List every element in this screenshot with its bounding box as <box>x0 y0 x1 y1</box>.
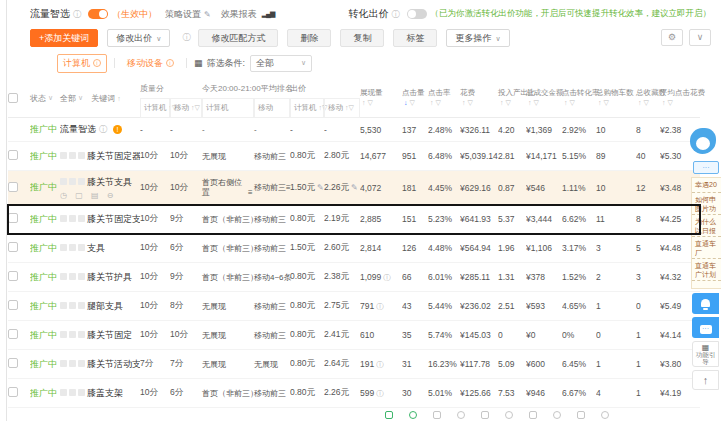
bid-mobile-cell[interactable]: 2.19元 <box>324 213 360 225</box>
action-icon[interactable] <box>78 389 85 396</box>
action-icon[interactable] <box>69 331 76 338</box>
keyword-link[interactable]: 膝关节固定 <box>87 330 132 340</box>
cvr-header[interactable]: 点击转化率↑ ▽ <box>562 78 596 118</box>
status-header[interactable]: 状态∨ <box>30 78 60 118</box>
quality-pc-subheader[interactable]: 计算机↑▽ <box>140 98 170 118</box>
bid-pc-cell[interactable]: 0.80元 <box>290 300 324 312</box>
action-icon[interactable] <box>60 360 67 367</box>
strategy-settings-link[interactable]: 策略设置 <box>165 8 201 21</box>
cost-header[interactable]: 花费↑ ▽ <box>460 78 498 118</box>
delete-button[interactable]: 删除 <box>287 29 331 47</box>
action-icon[interactable] <box>60 215 67 222</box>
action-icon[interactable] <box>78 360 85 367</box>
action-icon[interactable] <box>60 152 67 159</box>
select-all-checkbox[interactable] <box>8 93 18 103</box>
bid-mobile-subheader[interactable]: 移动↑▽ <box>324 98 360 118</box>
modify-match-button[interactable]: 修改匹配方式 <box>198 29 278 47</box>
roi-header[interactable]: 投入产出比↑ ▽ <box>498 78 526 118</box>
back-to-top-button[interactable]: ↑ <box>692 370 719 390</box>
edit-icon[interactable]: ✎ <box>351 183 358 192</box>
convert-bid-toggle[interactable] <box>407 9 427 19</box>
bid-pc-cell[interactable]: 0.80元 <box>290 387 324 399</box>
bid-pc-cell[interactable]: 0.80元 <box>290 358 324 370</box>
toolbar-icon[interactable] <box>601 411 609 419</box>
action-icon[interactable] <box>78 152 85 159</box>
settings-button[interactable]: ⚙ <box>661 29 683 46</box>
feature-guide-button[interactable]: ▦功能引导 <box>692 341 719 367</box>
copy-button[interactable]: 复制 <box>340 29 384 47</box>
action-icon[interactable] <box>69 215 76 222</box>
action-icon[interactable] <box>78 273 85 280</box>
toolbar-icon[interactable] <box>481 411 489 419</box>
row-checkbox[interactable] <box>8 271 18 281</box>
tab-pc[interactable]: 计算机i <box>57 54 107 73</box>
tag-button[interactable]: 标签 <box>393 29 437 47</box>
keyword-hover-icons[interactable]: ◷ ▢ ▤ ⊖ <box>60 191 140 200</box>
toolbar-icon[interactable] <box>433 411 441 419</box>
trend-icon[interactable]: ≡ <box>248 188 253 197</box>
effect-report-link[interactable]: 效果报表 <box>221 8 257 21</box>
assistant-chip[interactable]: ··· <box>693 161 719 174</box>
row-checkbox[interactable] <box>8 387 18 397</box>
action-icon[interactable] <box>69 360 76 367</box>
bid-mobile-cell[interactable]: 2.75元 <box>324 300 360 312</box>
favs-header[interactable]: 总收藏数↑ ▽ <box>636 78 660 118</box>
bid-pc-cell[interactable]: 0.80元 <box>290 271 324 283</box>
toolbar-icon[interactable] <box>457 411 465 419</box>
keyword-link[interactable]: 膝盖支架 <box>87 388 123 398</box>
add-keyword-button[interactable]: +添加关键词 <box>30 29 98 47</box>
action-icon[interactable] <box>60 178 67 185</box>
faq-item[interactable]: 直通车厂 <box>692 237 721 259</box>
row-checkbox[interactable] <box>8 300 18 310</box>
keyword-link[interactable]: 流量智选 <box>60 124 96 134</box>
action-icon[interactable] <box>78 331 85 338</box>
bid-pc-cell[interactable]: 0.80元 <box>290 329 324 341</box>
cpc-header[interactable]: 平均点击花费↑ ▽ <box>660 78 700 118</box>
bid-pc-cell[interactable]: 0.80元 <box>290 150 324 162</box>
filter-select[interactable]: 全部∨ <box>250 55 312 72</box>
keyword-link[interactable]: 支具 <box>87 243 105 253</box>
traffic-smart-toggle[interactable] <box>88 9 108 19</box>
faq-item[interactable]: 幸遇20 <box>692 178 721 193</box>
action-icon[interactable] <box>78 244 85 251</box>
row-checkbox[interactable] <box>8 242 18 252</box>
bid-pc-subheader[interactable]: 计算机↑▽ <box>290 98 324 118</box>
toolbar-icon[interactable] <box>553 411 561 419</box>
row-checkbox[interactable] <box>8 358 18 368</box>
bid-mobile-cell[interactable]: 2.26元✎ <box>324 182 360 194</box>
action-icon[interactable] <box>78 302 85 309</box>
bid-pc-cell[interactable]: 1.50元✎ <box>290 182 324 194</box>
tab-mobile[interactable]: 移动设备i <box>122 55 179 72</box>
gmv-header[interactable]: 总成交金额↑ ▽ <box>526 78 562 118</box>
quality-mobile-subheader[interactable]: 移动↑▽ <box>170 98 202 118</box>
keyword-link[interactable]: 腿部支具 <box>87 301 123 311</box>
toolbar-icon[interactable] <box>529 411 537 419</box>
collapse-button[interactable]: ∨ <box>689 29 711 46</box>
toolbar-icon[interactable] <box>385 411 393 419</box>
action-icon[interactable] <box>60 302 67 309</box>
toolbar-icon[interactable] <box>577 411 585 419</box>
bid-pc-cell[interactable]: 0.80元 <box>290 213 324 225</box>
action-icon[interactable] <box>69 302 76 309</box>
bid-pc-cell[interactable]: 1.50元 <box>290 242 324 254</box>
clicks-header[interactable]: 点击量↓ ▽ <box>402 78 428 118</box>
action-icon[interactable] <box>69 389 76 396</box>
chat-button[interactable]: ··· <box>692 317 719 338</box>
action-icon[interactable] <box>69 244 76 251</box>
action-icon[interactable] <box>60 389 67 396</box>
bid-mobile-cell[interactable]: 2.80元 <box>324 150 360 162</box>
action-icon[interactable] <box>69 273 76 280</box>
bid-mobile-cell[interactable]: 2.60元 <box>324 242 360 254</box>
row-checkbox[interactable] <box>8 329 18 339</box>
notification-bell-button[interactable] <box>692 293 719 314</box>
modify-bid-dropdown[interactable]: 修改出价∨ <box>107 29 170 47</box>
action-icon[interactable] <box>60 331 67 338</box>
action-icon[interactable] <box>60 273 67 280</box>
more-actions-dropdown[interactable]: 更多操作∨ <box>446 29 509 47</box>
edit-icon[interactable]: ✎ <box>204 10 211 19</box>
row-checkbox[interactable] <box>8 213 18 223</box>
bid-pc-cell[interactable]: - <box>290 125 324 135</box>
action-icon[interactable] <box>69 152 76 159</box>
impressions-header[interactable]: 展现量↑ ▽ <box>360 78 402 118</box>
bid-mobile-cell[interactable]: - <box>324 125 360 135</box>
